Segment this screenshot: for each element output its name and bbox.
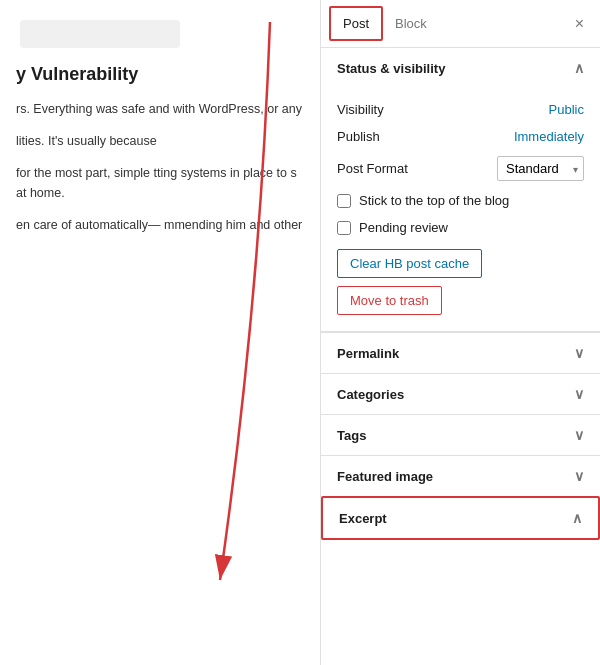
sidebar-panel: Post Block × Status & visibility ∧ Visib… (320, 0, 600, 665)
stick-to-top-row: Stick to the top of the blog (337, 187, 584, 214)
search-bar (20, 20, 180, 48)
status-visibility-header[interactable]: Status & visibility ∧ (321, 48, 600, 88)
stick-to-top-label: Stick to the top of the blog (359, 193, 509, 208)
tab-post[interactable]: Post (329, 6, 383, 41)
categories-label: Categories (337, 387, 404, 402)
featured-image-section: Featured image ∨ (321, 455, 600, 496)
chevron-down-categories-icon: ∨ (574, 386, 584, 402)
clear-cache-wrapper: Clear HB post cache (337, 241, 584, 278)
chevron-down-featured-icon: ∨ (574, 468, 584, 484)
permalink-section: Permalink ∨ (321, 332, 600, 373)
chevron-up-excerpt-icon: ∧ (572, 510, 582, 526)
status-visibility-label: Status & visibility (337, 61, 445, 76)
tags-header[interactable]: Tags ∨ (321, 415, 600, 455)
publish-row: Publish Immediately (337, 123, 584, 150)
publish-label: Publish (337, 129, 380, 144)
excerpt-section: Excerpt ∧ (321, 496, 600, 540)
status-visibility-content: Visibility Public Publish Immediately Po… (321, 88, 600, 331)
permalink-header[interactable]: Permalink ∨ (321, 333, 600, 373)
permalink-label: Permalink (337, 346, 399, 361)
pending-review-row: Pending review (337, 214, 584, 241)
article-para-2: lities. It's usually because (16, 131, 304, 151)
categories-section: Categories ∨ (321, 373, 600, 414)
publish-value[interactable]: Immediately (514, 129, 584, 144)
panel-body: Status & visibility ∧ Visibility Public … (321, 48, 600, 665)
post-format-row: Post Format Standard ▾ (337, 150, 584, 187)
chevron-down-tags-icon: ∨ (574, 427, 584, 443)
editor-content: y Vulnerability rs. Everything was safe … (0, 0, 320, 665)
tags-section: Tags ∨ (321, 414, 600, 455)
article-para-1: rs. Everything was safe and with WordPre… (16, 99, 304, 119)
stick-to-top-checkbox[interactable] (337, 194, 351, 208)
chevron-down-permalink-icon: ∨ (574, 345, 584, 361)
pending-review-label: Pending review (359, 220, 448, 235)
featured-image-header[interactable]: Featured image ∨ (321, 456, 600, 496)
move-to-trash-wrapper: Move to trash (337, 278, 584, 315)
pending-review-checkbox[interactable] (337, 221, 351, 235)
categories-header[interactable]: Categories ∨ (321, 374, 600, 414)
status-visibility-section: Status & visibility ∧ Visibility Public … (321, 48, 600, 332)
article-para-4: en care of automatically— mmending him a… (16, 215, 304, 235)
tags-label: Tags (337, 428, 366, 443)
post-format-label: Post Format (337, 161, 408, 176)
post-format-select-wrapper: Standard ▾ (497, 156, 584, 181)
move-to-trash-button[interactable]: Move to trash (337, 286, 442, 315)
featured-image-label: Featured image (337, 469, 433, 484)
clear-cache-button[interactable]: Clear HB post cache (337, 249, 482, 278)
excerpt-label: Excerpt (339, 511, 387, 526)
close-button[interactable]: × (567, 11, 592, 37)
article-heading: y Vulnerability (16, 64, 304, 85)
visibility-value[interactable]: Public (549, 102, 584, 117)
chevron-up-icon: ∧ (574, 60, 584, 76)
tab-block[interactable]: Block (383, 8, 439, 39)
excerpt-header[interactable]: Excerpt ∧ (323, 498, 598, 538)
panel-tabs: Post Block × (321, 0, 600, 48)
visibility-row: Visibility Public (337, 96, 584, 123)
post-format-select[interactable]: Standard (497, 156, 584, 181)
article-para-3: for the most part, simple tting systems … (16, 163, 304, 203)
visibility-label: Visibility (337, 102, 384, 117)
